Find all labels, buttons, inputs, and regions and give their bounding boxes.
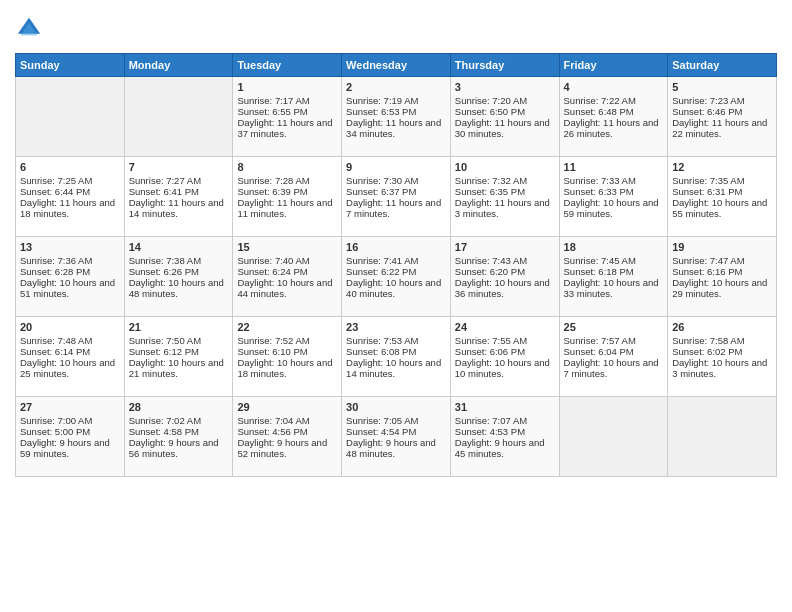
sunset-text: Sunset: 6:41 PM: [129, 186, 229, 197]
sunset-text: Sunset: 6:22 PM: [346, 266, 446, 277]
day-number: 28: [129, 401, 229, 413]
calendar-cell: 14Sunrise: 7:38 AMSunset: 6:26 PMDayligh…: [124, 237, 233, 317]
daylight-text: Daylight: 11 hours and 7 minutes.: [346, 197, 446, 219]
daylight-text: Daylight: 11 hours and 34 minutes.: [346, 117, 446, 139]
sunrise-text: Sunrise: 7:52 AM: [237, 335, 337, 346]
sunrise-text: Sunrise: 7:02 AM: [129, 415, 229, 426]
daylight-text: Daylight: 10 hours and 10 minutes.: [455, 357, 555, 379]
day-number: 29: [237, 401, 337, 413]
day-number: 22: [237, 321, 337, 333]
sunrise-text: Sunrise: 7:48 AM: [20, 335, 120, 346]
sunset-text: Sunset: 6:14 PM: [20, 346, 120, 357]
day-number: 8: [237, 161, 337, 173]
sunset-text: Sunset: 6:08 PM: [346, 346, 446, 357]
day-number: 3: [455, 81, 555, 93]
sunrise-text: Sunrise: 7:36 AM: [20, 255, 120, 266]
daylight-text: Daylight: 10 hours and 3 minutes.: [672, 357, 772, 379]
calendar-cell: 8Sunrise: 7:28 AMSunset: 6:39 PMDaylight…: [233, 157, 342, 237]
calendar-cell: 30Sunrise: 7:05 AMSunset: 4:54 PMDayligh…: [342, 397, 451, 477]
sunset-text: Sunset: 4:54 PM: [346, 426, 446, 437]
day-number: 20: [20, 321, 120, 333]
daylight-text: Daylight: 10 hours and 14 minutes.: [346, 357, 446, 379]
day-number: 24: [455, 321, 555, 333]
calendar-cell: 31Sunrise: 7:07 AMSunset: 4:53 PMDayligh…: [450, 397, 559, 477]
calendar-cell: [668, 397, 777, 477]
calendar-cell: 18Sunrise: 7:45 AMSunset: 6:18 PMDayligh…: [559, 237, 668, 317]
sunset-text: Sunset: 6:10 PM: [237, 346, 337, 357]
sunset-text: Sunset: 5:00 PM: [20, 426, 120, 437]
daylight-text: Daylight: 9 hours and 56 minutes.: [129, 437, 229, 459]
sunset-text: Sunset: 4:56 PM: [237, 426, 337, 437]
calendar-cell: 29Sunrise: 7:04 AMSunset: 4:56 PMDayligh…: [233, 397, 342, 477]
daylight-text: Daylight: 10 hours and 40 minutes.: [346, 277, 446, 299]
calendar-cell: 21Sunrise: 7:50 AMSunset: 6:12 PMDayligh…: [124, 317, 233, 397]
day-number: 27: [20, 401, 120, 413]
daylight-text: Daylight: 9 hours and 45 minutes.: [455, 437, 555, 459]
sunrise-text: Sunrise: 7:57 AM: [564, 335, 664, 346]
sunrise-text: Sunrise: 7:50 AM: [129, 335, 229, 346]
daylight-text: Daylight: 11 hours and 30 minutes.: [455, 117, 555, 139]
calendar-cell: 12Sunrise: 7:35 AMSunset: 6:31 PMDayligh…: [668, 157, 777, 237]
calendar-cell: 27Sunrise: 7:00 AMSunset: 5:00 PMDayligh…: [16, 397, 125, 477]
daylight-text: Daylight: 10 hours and 21 minutes.: [129, 357, 229, 379]
calendar-cell: 19Sunrise: 7:47 AMSunset: 6:16 PMDayligh…: [668, 237, 777, 317]
sunset-text: Sunset: 6:31 PM: [672, 186, 772, 197]
sunrise-text: Sunrise: 7:19 AM: [346, 95, 446, 106]
day-number: 6: [20, 161, 120, 173]
daylight-text: Daylight: 9 hours and 48 minutes.: [346, 437, 446, 459]
day-number: 4: [564, 81, 664, 93]
day-number: 1: [237, 81, 337, 93]
sunrise-text: Sunrise: 7:45 AM: [564, 255, 664, 266]
calendar-cell: 25Sunrise: 7:57 AMSunset: 6:04 PMDayligh…: [559, 317, 668, 397]
daylight-text: Daylight: 11 hours and 22 minutes.: [672, 117, 772, 139]
sunset-text: Sunset: 6:12 PM: [129, 346, 229, 357]
sunrise-text: Sunrise: 7:35 AM: [672, 175, 772, 186]
calendar-cell: 6Sunrise: 7:25 AMSunset: 6:44 PMDaylight…: [16, 157, 125, 237]
calendar-day-header: Saturday: [668, 54, 777, 77]
calendar-cell: [16, 77, 125, 157]
logo-icon: [15, 15, 43, 43]
calendar-cell: 16Sunrise: 7:41 AMSunset: 6:22 PMDayligh…: [342, 237, 451, 317]
calendar-day-header: Wednesday: [342, 54, 451, 77]
sunrise-text: Sunrise: 7:22 AM: [564, 95, 664, 106]
daylight-text: Daylight: 11 hours and 3 minutes.: [455, 197, 555, 219]
logo: [15, 15, 45, 43]
calendar-cell: 7Sunrise: 7:27 AMSunset: 6:41 PMDaylight…: [124, 157, 233, 237]
sunrise-text: Sunrise: 7:47 AM: [672, 255, 772, 266]
day-number: 18: [564, 241, 664, 253]
calendar-cell: 13Sunrise: 7:36 AMSunset: 6:28 PMDayligh…: [16, 237, 125, 317]
sunrise-text: Sunrise: 7:05 AM: [346, 415, 446, 426]
calendar-table: SundayMondayTuesdayWednesdayThursdayFrid…: [15, 53, 777, 477]
day-number: 17: [455, 241, 555, 253]
sunrise-text: Sunrise: 7:20 AM: [455, 95, 555, 106]
daylight-text: Daylight: 10 hours and 59 minutes.: [564, 197, 664, 219]
sunset-text: Sunset: 6:50 PM: [455, 106, 555, 117]
sunset-text: Sunset: 6:06 PM: [455, 346, 555, 357]
sunrise-text: Sunrise: 7:07 AM: [455, 415, 555, 426]
sunrise-text: Sunrise: 7:33 AM: [564, 175, 664, 186]
sunset-text: Sunset: 6:20 PM: [455, 266, 555, 277]
calendar-cell: 3Sunrise: 7:20 AMSunset: 6:50 PMDaylight…: [450, 77, 559, 157]
daylight-text: Daylight: 10 hours and 7 minutes.: [564, 357, 664, 379]
calendar-week-row: 27Sunrise: 7:00 AMSunset: 5:00 PMDayligh…: [16, 397, 777, 477]
sunrise-text: Sunrise: 7:28 AM: [237, 175, 337, 186]
day-number: 25: [564, 321, 664, 333]
sunrise-text: Sunrise: 7:32 AM: [455, 175, 555, 186]
calendar-cell: 17Sunrise: 7:43 AMSunset: 6:20 PMDayligh…: [450, 237, 559, 317]
calendar-cell: [124, 77, 233, 157]
sunrise-text: Sunrise: 7:00 AM: [20, 415, 120, 426]
calendar-cell: 24Sunrise: 7:55 AMSunset: 6:06 PMDayligh…: [450, 317, 559, 397]
daylight-text: Daylight: 10 hours and 48 minutes.: [129, 277, 229, 299]
sunrise-text: Sunrise: 7:30 AM: [346, 175, 446, 186]
daylight-text: Daylight: 9 hours and 59 minutes.: [20, 437, 120, 459]
sunset-text: Sunset: 6:44 PM: [20, 186, 120, 197]
calendar-cell: 20Sunrise: 7:48 AMSunset: 6:14 PMDayligh…: [16, 317, 125, 397]
day-number: 21: [129, 321, 229, 333]
sunrise-text: Sunrise: 7:38 AM: [129, 255, 229, 266]
daylight-text: Daylight: 9 hours and 52 minutes.: [237, 437, 337, 459]
day-number: 14: [129, 241, 229, 253]
sunset-text: Sunset: 6:18 PM: [564, 266, 664, 277]
day-number: 2: [346, 81, 446, 93]
calendar-cell: 23Sunrise: 7:53 AMSunset: 6:08 PMDayligh…: [342, 317, 451, 397]
calendar-day-header: Thursday: [450, 54, 559, 77]
